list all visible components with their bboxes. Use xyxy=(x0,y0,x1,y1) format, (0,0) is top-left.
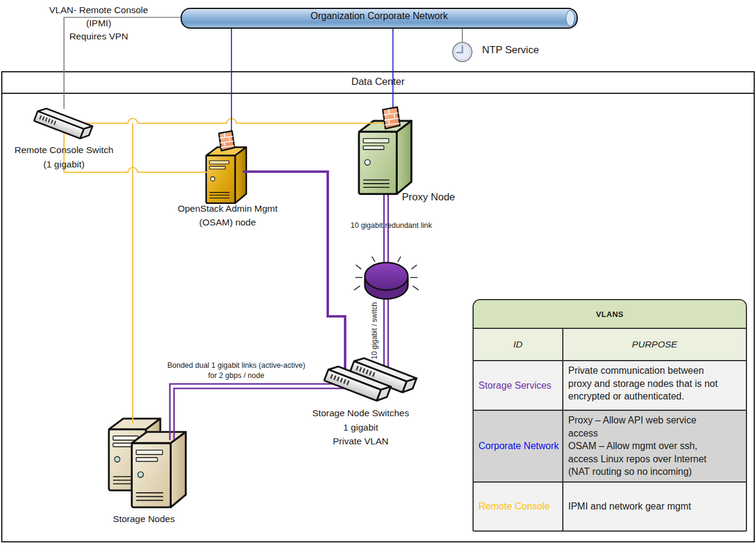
vlan-remote-console-note: VLAN- Remote Console (IPMI) Requires VPN xyxy=(24,4,173,43)
proxy-server-icon xyxy=(359,121,411,194)
table-row: Corporate Network Proxy – Allow API web … xyxy=(474,410,746,481)
table-row: Storage Services Private communication b… xyxy=(474,360,746,410)
storage-nodes-label: Storage Nodes xyxy=(94,514,193,524)
vlans-table: VLANS ID PURPOSE Storage Services Privat… xyxy=(472,299,747,532)
vlan-id-corporate-network: Corporate Network xyxy=(474,411,563,481)
corporate-network-backbone: Organization Corporate Network xyxy=(181,8,578,29)
osam-node-label: OpenStack Admin Mgmt (OSAM) node xyxy=(166,202,289,229)
vlan-id-storage-services: Storage Services xyxy=(474,361,563,410)
ntp-service-label: NTP Service xyxy=(482,44,539,56)
remote-console-switch-icon xyxy=(34,106,93,141)
proxy-node-label: Proxy Node xyxy=(402,191,455,203)
osam-firewall-icon xyxy=(219,131,234,151)
clock-icon xyxy=(453,42,472,62)
corporate-network-links xyxy=(231,26,393,132)
osam-server-icon xyxy=(206,147,246,203)
table-row: Remote Console IPMI and network gear mgm… xyxy=(474,481,746,530)
vlans-table-title: VLANS xyxy=(474,300,746,328)
vlan-purpose-storage-services: Private communication between proxy and … xyxy=(563,361,746,410)
vlan-purpose-remote-console: IPMI and network gear mgmt xyxy=(563,483,746,530)
switch-link-label: 10 gigabit / switch xyxy=(370,292,380,370)
proxy-firewall-icon xyxy=(383,107,400,129)
storage-switches-label: Storage Node Switches 1 gigabit Private … xyxy=(298,406,423,449)
vlans-table-header-row: ID PURPOSE xyxy=(474,328,746,360)
corporate-network-label: Organization Corporate Network xyxy=(182,11,577,22)
redundant-link-label: 10 gigabit redundant link xyxy=(350,221,449,230)
vlan-id-remote-console: Remote Console xyxy=(474,483,563,530)
hub-icon xyxy=(354,257,419,299)
column-header-purpose: PURPOSE xyxy=(563,329,746,360)
vlan-purpose-corporate-network: Proxy – Allow API web service access OSA… xyxy=(563,411,746,481)
link-switch-to-proxy xyxy=(81,118,383,123)
storage-node-2-server-icon xyxy=(132,432,185,507)
remote-console-switch-label: Remote Console Switch (1 gigabit) xyxy=(5,143,123,172)
bonded-link-label: Bonded dual 1 gigabit links (active-acti… xyxy=(157,361,316,380)
column-header-id: ID xyxy=(474,329,563,360)
network-diagram: Data Center xyxy=(0,0,756,546)
